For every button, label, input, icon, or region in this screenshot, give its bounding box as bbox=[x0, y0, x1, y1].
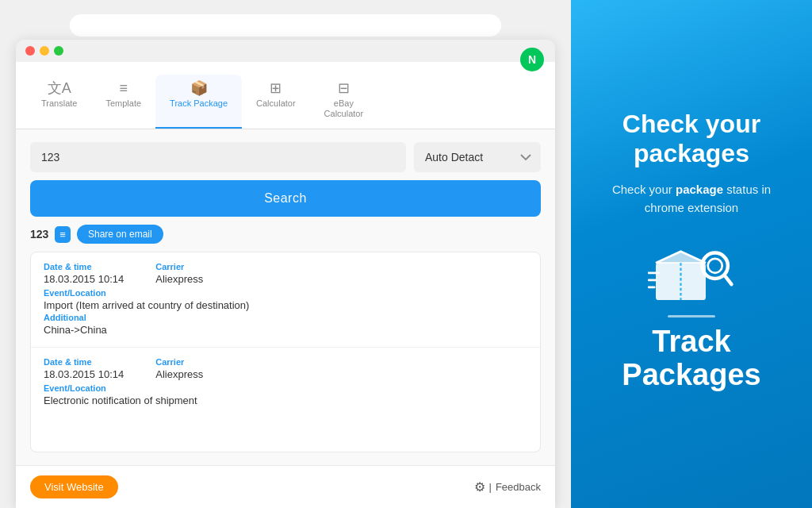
additional-field-1: Additional China->China bbox=[44, 313, 527, 336]
tab-template[interactable]: ≡ Template bbox=[91, 75, 155, 129]
footer-bar: Visit Website ⚙ | Feedback bbox=[16, 465, 555, 508]
feedback-link[interactable]: ⚙ | Feedback bbox=[474, 479, 541, 495]
traffic-light-red[interactable] bbox=[25, 46, 35, 56]
promo-panel: Check your packages Check your package s… bbox=[571, 0, 812, 508]
promo-headline: Check your packages bbox=[593, 110, 790, 168]
additional-label-1: Additional bbox=[44, 313, 527, 322]
entry-col-carrier-2: Carrier Aliexpress bbox=[155, 357, 203, 380]
tracking-entry-1: Date & time 18.03.2015 10:14 Carrier Ali… bbox=[31, 252, 540, 348]
translate-icon: 文A bbox=[48, 81, 71, 95]
tabs-bar: 文A Translate ≡ Template 📦 Track Package … bbox=[16, 67, 555, 129]
svg-point-7 bbox=[708, 259, 722, 273]
track-package-icon: 📦 bbox=[190, 81, 208, 95]
event-field-2: Event/Location Electronic notification o… bbox=[44, 383, 527, 406]
browser-window: N 文A Translate ≡ Template 📦 Track Packag… bbox=[16, 40, 555, 508]
promo-icon-area: Track Packages bbox=[622, 236, 760, 392]
additional-value-1: China->China bbox=[44, 324, 527, 336]
visit-website-button[interactable]: Visit Website bbox=[30, 475, 118, 498]
date-label-2: Date & time bbox=[44, 357, 124, 367]
browser-panel: N 文A Translate ≡ Template 📦 Track Packag… bbox=[0, 0, 571, 508]
naver-logo: N bbox=[520, 48, 544, 71]
feedback-label: Feedback bbox=[496, 481, 541, 493]
event-field-1: Event/Location Import (Item arrived at c… bbox=[44, 288, 527, 311]
entry-col-date-1: Date & time 18.03.2015 10:14 bbox=[44, 262, 124, 285]
tab-translate-label: Translate bbox=[41, 98, 77, 109]
date-value-2: 18.03.2015 10:14 bbox=[44, 368, 124, 380]
carrier-select[interactable]: Auto Detact DHL FedEx UPS Aliexpress bbox=[414, 142, 541, 172]
promo-track-label: Track Packages bbox=[622, 325, 760, 392]
tab-calculator[interactable]: ⊞ Calculator bbox=[242, 75, 310, 129]
entry-row-1: Date & time 18.03.2015 10:14 Carrier Ali… bbox=[44, 262, 527, 285]
svg-line-8 bbox=[724, 275, 731, 285]
template-icon: ≡ bbox=[120, 81, 128, 95]
traffic-light-green[interactable] bbox=[54, 46, 63, 56]
tab-track-package[interactable]: 📦 Track Package bbox=[155, 75, 242, 129]
promo-subtext: Check your package status in chrome exte… bbox=[593, 181, 790, 217]
feedback-separator: | bbox=[489, 481, 492, 493]
tab-ebay-calculator[interactable]: ⊟ eBayCalculator bbox=[310, 75, 378, 129]
search-row: Auto Detact DHL FedEx UPS Aliexpress bbox=[30, 142, 541, 172]
box-search-icon bbox=[648, 236, 735, 307]
tab-template-label: Template bbox=[105, 98, 141, 109]
entry-row-2: Date & time 18.03.2015 10:14 Carrier Ali… bbox=[44, 357, 527, 380]
result-header: 123 ≡ Share on email bbox=[30, 225, 541, 244]
tracking-results: Date & time 18.03.2015 10:14 Carrier Ali… bbox=[30, 252, 541, 452]
event-label-2: Event/Location bbox=[44, 383, 527, 393]
carrier-label-1: Carrier bbox=[155, 262, 203, 271]
search-button[interactable]: Search bbox=[30, 180, 541, 217]
event-value-2: Electronic notification of shipment bbox=[44, 394, 527, 406]
address-bar bbox=[70, 14, 501, 37]
tab-track-package-label: Track Package bbox=[170, 98, 228, 109]
result-tracking-number: 123 bbox=[30, 228, 48, 241]
tab-calculator-label: Calculator bbox=[256, 98, 296, 109]
traffic-light-yellow[interactable] bbox=[40, 46, 49, 56]
entry-col-date-2: Date & time 18.03.2015 10:14 bbox=[44, 357, 124, 380]
tracking-number-input[interactable] bbox=[30, 142, 406, 172]
tracking-entry-2: Date & time 18.03.2015 10:14 Carrier Ali… bbox=[31, 348, 540, 418]
content-area: Auto Detact DHL FedEx UPS Aliexpress Sea… bbox=[16, 129, 555, 465]
promo-divider bbox=[668, 315, 715, 318]
list-icon[interactable]: ≡ bbox=[55, 226, 71, 243]
share-email-button[interactable]: Share on email bbox=[77, 225, 163, 244]
ebay-calc-icon: ⊟ bbox=[338, 81, 350, 95]
entry-col-carrier-1: Carrier Aliexpress bbox=[155, 262, 203, 285]
tab-translate[interactable]: 文A Translate bbox=[27, 75, 91, 129]
event-label-1: Event/Location bbox=[44, 288, 527, 298]
calculator-icon: ⊞ bbox=[270, 81, 282, 95]
date-label-1: Date & time bbox=[44, 262, 124, 271]
carrier-value-1: Aliexpress bbox=[155, 273, 203, 285]
carrier-label-2: Carrier bbox=[155, 357, 203, 367]
feedback-icon: ⚙ bbox=[474, 479, 485, 495]
date-value-1: 18.03.2015 10:14 bbox=[44, 273, 124, 285]
carrier-value-2: Aliexpress bbox=[155, 368, 203, 380]
browser-chrome bbox=[16, 40, 555, 62]
tab-ebay-calculator-label: eBayCalculator bbox=[324, 98, 364, 119]
event-value-1: Import (Item arrived at country of desti… bbox=[44, 299, 527, 311]
